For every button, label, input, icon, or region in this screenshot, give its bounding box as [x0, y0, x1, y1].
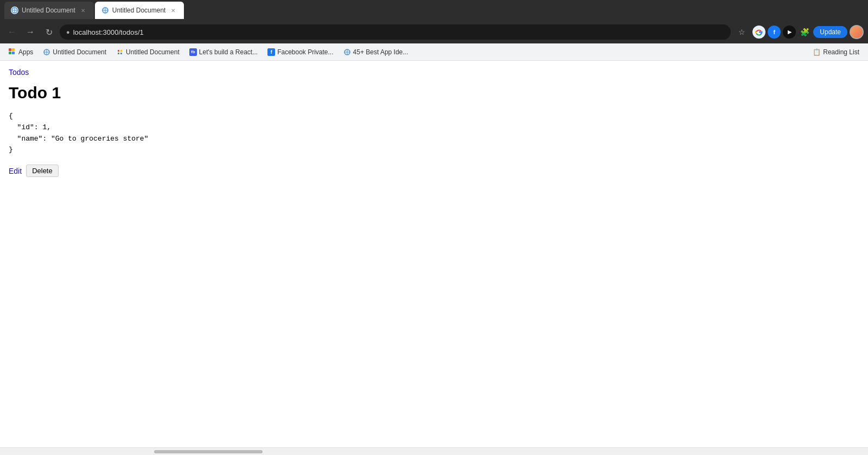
bookmark-untitled2-label: Untitled Document [126, 48, 180, 56]
json-display: { "id": 1, "name": "Go to groceries stor… [9, 111, 859, 156]
bookmark-untitled2-favicon [116, 48, 124, 56]
svg-rect-15 [120, 50, 122, 52]
svg-rect-17 [120, 53, 122, 54]
svg-rect-9 [9, 52, 11, 54]
bookmark-react-label: Let's build a React... [199, 48, 258, 56]
forward-button[interactable]: → [23, 24, 38, 40]
tab-bar: Untitled Document ✕ Untitled Document ✕ [0, 0, 868, 21]
ext-masthead-icon[interactable]: ▶ [783, 26, 796, 39]
ext-puzzle-icon[interactable]: 🧩 [798, 26, 811, 39]
ext-puzzle-label: 🧩 [800, 28, 809, 36]
reload-button[interactable]: ↻ [41, 24, 56, 40]
bookmark-untitled1[interactable]: Untitled Document [39, 46, 111, 59]
delete-button[interactable]: Delete [26, 165, 59, 177]
bookmark-apps2[interactable]: 45+ Best App Ide... [339, 46, 413, 59]
page-content: Todos Todo 1 { "id": 1, "name": "Go to g… [0, 61, 868, 455]
tab-1-favicon [11, 7, 18, 14]
tab-1[interactable]: Untitled Document ✕ [4, 2, 94, 19]
bookmark-untitled1-favicon [43, 48, 50, 56]
update-button[interactable]: Update [813, 26, 847, 38]
bookmark-facebook-label: Facebook Private... [277, 48, 333, 56]
scrollbar-thumb[interactable] [154, 450, 263, 453]
svg-rect-16 [118, 53, 119, 54]
url-text: localhost:3000/todos/1 [73, 28, 725, 36]
toolbar-right: f ▶ 🧩 Update [752, 25, 864, 39]
ext-facebook-icon[interactable]: f [768, 26, 781, 39]
tab-1-close[interactable]: ✕ [79, 6, 87, 15]
scrollbar-area [0, 447, 868, 455]
bookmark-apps2-label: 45+ Best App Ide... [353, 48, 409, 56]
tab-1-title: Untitled Document [22, 7, 75, 14]
tab-2[interactable]: Untitled Document ✕ [95, 2, 184, 19]
reading-list-label: Reading List [823, 48, 859, 56]
lock-icon: ● [66, 29, 70, 35]
bookmark-apps[interactable]: Apps [4, 46, 37, 59]
reading-list-button[interactable]: 📋 Reading List [808, 46, 864, 59]
bookmark-apps-favicon [9, 48, 16, 56]
edit-link[interactable]: Edit [9, 167, 22, 175]
tab-2-close[interactable]: ✕ [169, 6, 177, 15]
svg-rect-8 [12, 48, 15, 51]
ext-masthead-label: ▶ [788, 29, 792, 35]
address-bar-row: ← → ↻ ● localhost:3000/todos/1 ☆ f [0, 21, 868, 43]
bookmark-untitled1-label: Untitled Document [53, 48, 106, 56]
bookmark-react[interactable]: fb Let's build a React... [185, 46, 262, 59]
bookmark-apps-label: Apps [18, 48, 33, 56]
breadcrumb-link[interactable]: Todos [9, 68, 29, 77]
bookmark-facebook-favicon: f [267, 48, 275, 56]
bookmarks-bar: Apps Untitled Document Untitled Document [0, 43, 868, 61]
bookmark-apps2-favicon [343, 48, 351, 56]
bookmark-react-favicon: fb [189, 48, 197, 56]
bookmark-untitled2[interactable]: Untitled Document [112, 46, 184, 59]
bookmark-facebook[interactable]: f Facebook Private... [263, 46, 337, 59]
ext-google-icon[interactable] [752, 26, 765, 39]
page-title: Todo 1 [9, 84, 859, 102]
actions: Edit Delete [9, 165, 859, 177]
tab-2-title: Untitled Document [112, 7, 166, 14]
tab-2-favicon [101, 7, 109, 14]
ext-facebook-label: f [773, 29, 775, 35]
browser-chrome: Untitled Document ✕ Untitled Document ✕ … [0, 0, 868, 61]
reading-list-icon: 📋 [813, 48, 821, 56]
svg-rect-14 [118, 50, 119, 52]
svg-rect-10 [12, 52, 15, 54]
address-bar[interactable]: ● localhost:3000/todos/1 [60, 24, 731, 40]
star-icon[interactable]: ☆ [734, 24, 749, 40]
svg-rect-7 [9, 48, 11, 51]
profile-avatar[interactable] [850, 25, 864, 39]
back-button[interactable]: ← [4, 24, 20, 40]
